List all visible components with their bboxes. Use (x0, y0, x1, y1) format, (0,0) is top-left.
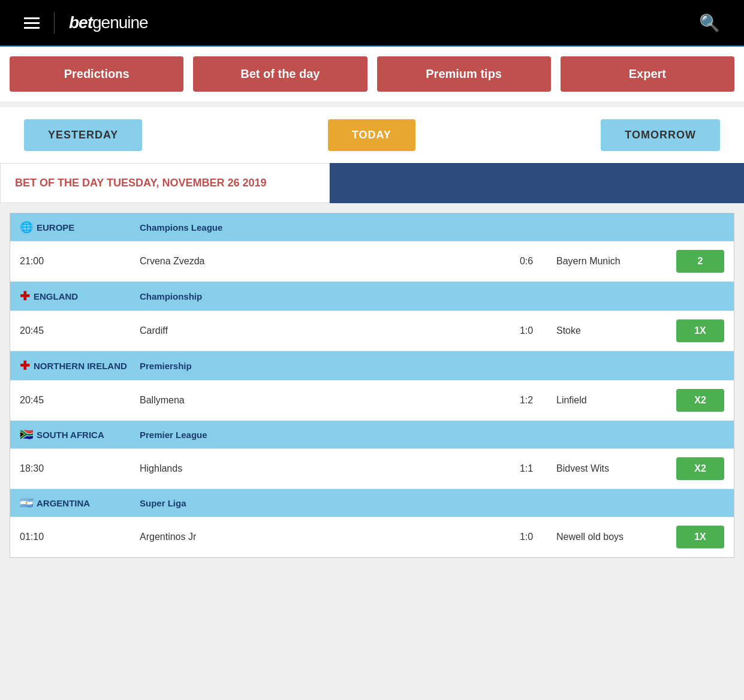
competition-england: Championship (140, 291, 496, 301)
header: betgenuine 🔍 (0, 0, 744, 47)
match-home: Crvena Zvezda (140, 256, 496, 267)
section-header: BET OF THE DAY TUESDAY, NOVEMBER 26 2019 (0, 163, 744, 203)
flag-south-africa: 🇿🇦 (20, 428, 33, 441)
match-away: Bidvest Wits (556, 463, 676, 474)
match-score: 1:2 (496, 395, 556, 406)
match-home: Highlands (140, 463, 496, 474)
match-away: Stoke (556, 325, 676, 336)
competition-south-africa: Premier League (140, 430, 496, 440)
match-row-argentinos: 01:10 Argentinos Jr 1:0 Newell old boys … (10, 517, 734, 557)
tab-expert[interactable]: Expert (561, 56, 734, 92)
matches-container: 🌐 EUROPE Champions League 21:00 Crvena Z… (10, 213, 734, 558)
header-divider (54, 12, 55, 34)
header-left: betgenuine (24, 12, 148, 34)
match-time: 21:00 (20, 256, 140, 267)
country-northern-ireland: NORTHERN IRELAND (34, 361, 127, 371)
league-row-northern-ireland: ✚ NORTHERN IRELAND Premiership (10, 351, 734, 381)
match-away: Bayern Munich (556, 256, 676, 267)
country-europe: EUROPE (37, 222, 74, 233)
match-time: 01:10 (20, 532, 140, 542)
league-name-argentina: 🇦🇷 ARGENTINA (20, 496, 140, 509)
flag-europe: 🌐 (20, 221, 33, 234)
competition-northern-ireland: Premiership (140, 361, 496, 371)
country-south-africa: SOUTH AFRICA (37, 430, 104, 440)
match-row-ballymena: 20:45 Ballymena 1:2 Linfield X2 (10, 381, 734, 421)
league-row-europe: 🌐 EUROPE Champions League (10, 213, 734, 242)
match-tip: 2 (676, 250, 724, 273)
country-argentina: ARGENTINA (37, 498, 90, 508)
tab-bet-of-the-day[interactable]: Bet of the day (193, 56, 367, 92)
search-icon[interactable]: 🔍 (699, 13, 720, 33)
tab-premium-tips[interactable]: Premium tips (377, 56, 551, 92)
tab-predictions[interactable]: Predictions (10, 56, 183, 92)
nav-tabs: Predictions Bet of the day Premium tips … (0, 47, 744, 101)
match-row-cardiff: 20:45 Cardiff 1:0 Stoke 1X (10, 311, 734, 351)
league-row-england: ✚ ENGLAND Championship (10, 282, 734, 311)
match-home: Argentinos Jr (140, 532, 496, 542)
match-time: 20:45 (20, 325, 140, 336)
today-button[interactable]: TODAY (328, 119, 415, 151)
logo-bet: bet (69, 13, 92, 32)
match-away: Newell old boys (556, 532, 676, 542)
league-row-south-africa: 🇿🇦 SOUTH AFRICA Premier League (10, 421, 734, 449)
league-name-northern-ireland: ✚ NORTHERN IRELAND (20, 358, 140, 373)
match-home: Cardiff (140, 325, 496, 336)
section-title: BET OF THE DAY TUESDAY, NOVEMBER 26 2019 (0, 163, 330, 203)
day-selector: YESTERDAY TODAY TOMORROW (0, 107, 744, 163)
match-tip: X2 (676, 389, 724, 412)
league-name-south-africa: 🇿🇦 SOUTH AFRICA (20, 428, 140, 441)
match-away: Linfield (556, 395, 676, 406)
match-score: 0:6 (496, 256, 556, 267)
match-tip: 1X (676, 526, 724, 548)
match-tip: X2 (676, 457, 724, 480)
country-england: ENGLAND (34, 291, 78, 301)
flag-argentina: 🇦🇷 (20, 496, 33, 509)
match-row-crvena: 21:00 Crvena Zvezda 0:6 Bayern Munich 2 (10, 242, 734, 282)
match-score: 1:1 (496, 463, 556, 474)
match-score: 1:0 (496, 325, 556, 336)
match-time: 20:45 (20, 395, 140, 406)
match-home: Ballymena (140, 395, 496, 406)
match-row-highlands: 18:30 Highlands 1:1 Bidvest Wits X2 (10, 449, 734, 489)
league-name-england: ✚ ENGLAND (20, 289, 140, 303)
logo: betgenuine (69, 13, 148, 32)
match-time: 18:30 (20, 463, 140, 474)
flag-england: ✚ (20, 289, 30, 303)
league-name-europe: 🌐 EUROPE (20, 221, 140, 234)
match-tip: 1X (676, 319, 724, 342)
hamburger-menu[interactable] (24, 17, 40, 29)
flag-northern-ireland: ✚ (20, 358, 30, 373)
yesterday-button[interactable]: YESTERDAY (24, 119, 142, 151)
tomorrow-button[interactable]: TOMORROW (601, 119, 720, 151)
competition-europe: Champions League (140, 222, 496, 233)
league-row-argentina: 🇦🇷 ARGENTINA Super Liga (10, 489, 734, 517)
competition-argentina: Super Liga (140, 498, 496, 508)
match-score: 1:0 (496, 532, 556, 542)
logo-genuine: genuine (92, 13, 148, 32)
section-dark-panel (330, 163, 744, 203)
